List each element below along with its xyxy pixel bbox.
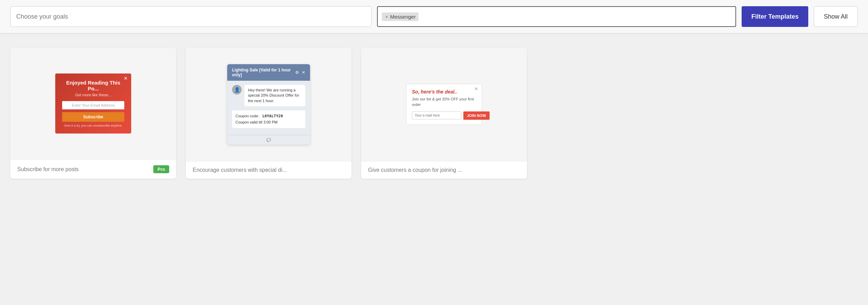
template-card-1[interactable]: ✕ Enjoyed Reading This Po... Get more li… bbox=[10, 48, 176, 179]
popup-email-display: Enter Your Email Address bbox=[62, 101, 124, 109]
coupon-form: JOIN NOW bbox=[412, 111, 476, 120]
popup-subscribe-button[interactable]: Subscribe bbox=[62, 112, 124, 122]
messenger-header-title: Lighting Sale [Valid for 1 hour only] bbox=[232, 68, 295, 77]
coupon-valid: Coupon valid till 3:00 PM bbox=[235, 119, 302, 126]
messenger-header: Lighting Sale [Valid for 1 hour only] ⚙ … bbox=[227, 64, 310, 81]
tag-input-wrapper[interactable]: × Messenger bbox=[377, 6, 736, 27]
cards-area: ✕ Enjoyed Reading This Po... Get more li… bbox=[0, 41, 868, 193]
close-icon: ✕ bbox=[302, 70, 305, 75]
show-all-button[interactable]: Show All bbox=[814, 6, 858, 27]
messenger-popup: Lighting Sale [Valid for 1 hour only] ⚙ … bbox=[227, 64, 310, 145]
coupon-email-input[interactable] bbox=[412, 111, 461, 119]
divider bbox=[0, 33, 868, 34]
card-footer-3: Give customers a coupon for joining ... bbox=[361, 161, 527, 179]
deal-title: So, here's the deal.. bbox=[412, 89, 476, 95]
messenger-message: 👤 Hey there! We are running a special 20… bbox=[232, 85, 305, 106]
pro-badge: Pro bbox=[153, 165, 169, 173]
join-now-button[interactable]: JOIN NOW bbox=[463, 111, 490, 120]
card-footer-1: Subscribe for more posts Pro bbox=[10, 159, 176, 179]
coupon-label: Coupon code: bbox=[235, 114, 259, 118]
popup-red: ✕ Enjoyed Reading This Po... Get more li… bbox=[55, 73, 131, 134]
deal-text: Join our list & get 20% OFF your first o… bbox=[412, 97, 476, 107]
tag-remove-button[interactable]: × bbox=[385, 14, 389, 19]
coupon-code: L0YALTY20 bbox=[262, 114, 283, 118]
avatar: 👤 bbox=[232, 85, 242, 95]
popup-unsub-text: Give it a try, you can unsubscribe anyti… bbox=[62, 124, 124, 127]
filter-templates-button[interactable]: Filter Templates bbox=[742, 6, 808, 27]
popup-title: Enjoyed Reading This Po... bbox=[62, 80, 124, 91]
tag-search-input[interactable] bbox=[421, 13, 731, 20]
top-bar: × Messenger Filter Templates Show All bbox=[0, 0, 868, 33]
messenger-footer: 💬 bbox=[227, 135, 310, 145]
template-card-3[interactable]: ✕ So, here's the deal.. Join our list & … bbox=[361, 48, 527, 179]
card-label-3: Give customers a coupon for joining ... bbox=[368, 167, 462, 173]
card-footer-2: Encourage customers with special di... bbox=[186, 161, 351, 179]
card-label-2: Encourage customers with special di... bbox=[193, 167, 287, 173]
messenger-header-icons: ⚙ ✕ bbox=[295, 70, 305, 75]
coupon-area: Coupon code: L0YALTY20 Coupon valid till… bbox=[232, 110, 305, 128]
card-label-1: Subscribe for more posts bbox=[17, 166, 79, 173]
card-preview-3: ✕ So, here's the deal.. Join our list & … bbox=[361, 48, 527, 161]
messenger-tag: × Messenger bbox=[382, 12, 418, 21]
coupon-label-line: Coupon code: L0YALTY20 bbox=[235, 113, 302, 119]
messenger-body: 👤 Hey there! We are running a special 20… bbox=[227, 81, 310, 135]
messenger-bubble: Hey there! We are running a special 20% … bbox=[244, 85, 305, 106]
popup-close-icon: ✕ bbox=[124, 76, 128, 81]
popup-subtitle: Get more like these... bbox=[62, 93, 124, 97]
template-card-2[interactable]: Lighting Sale [Valid for 1 hour only] ⚙ … bbox=[186, 48, 351, 179]
coupon-close-icon: ✕ bbox=[474, 86, 478, 91]
goals-input[interactable] bbox=[10, 6, 372, 27]
card-preview-1: ✕ Enjoyed Reading This Po... Get more li… bbox=[10, 48, 176, 159]
tag-label: Messenger bbox=[390, 14, 416, 20]
gear-icon: ⚙ bbox=[295, 70, 299, 75]
card-preview-2: Lighting Sale [Valid for 1 hour only] ⚙ … bbox=[186, 48, 351, 161]
coupon-popup: ✕ So, here's the deal.. Join our list & … bbox=[406, 84, 482, 125]
